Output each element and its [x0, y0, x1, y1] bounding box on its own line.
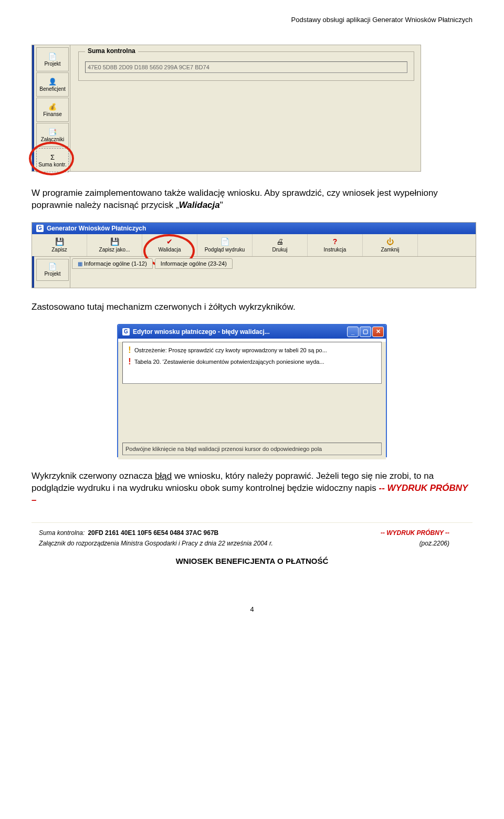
fig2-sidebar: 📄 Projekt — [32, 256, 70, 288]
toolbar-zamknij[interactable]: ⏻ Zamknij — [363, 234, 418, 256]
validation-list: ! Ostrzeżenie: Proszę sprawdzić czy kwot… — [122, 342, 382, 384]
suma-label: Suma kontrolna: — [39, 529, 85, 537]
suma-kontrolna-value — [85, 61, 407, 73]
validation-text: Ostrzeżenie: Proszę sprawdzić czy kwoty … — [134, 347, 327, 353]
para1-text-b: Walidacja — [179, 200, 220, 210]
fig1-sidebar: 📄 Projekt 👤 Beneficjent 💰 Finanse 📑 Załą… — [32, 45, 70, 171]
sheet-icon: ▦ — [78, 261, 82, 267]
fig3-titlebar: G Edytor wniosku płatniczego - błędy wal… — [118, 325, 386, 339]
tab-label: Załączniki — [41, 136, 64, 142]
document-icon: 📄 — [48, 262, 57, 270]
info-tab-1[interactable]: ▦Informacje ogólne (1-12) — [72, 258, 153, 269]
close-button[interactable]: ✕ — [372, 327, 384, 337]
toolbar-instrukcja[interactable]: ? Instrukcja — [308, 234, 363, 256]
toolbar-label: Podgląd wydruku — [205, 247, 245, 253]
save-as-icon: 💾 — [110, 237, 119, 246]
check-icon: ✔ — [166, 237, 173, 246]
toolbar-zapisz-jako[interactable]: 💾 Zapisz jako... — [87, 234, 142, 256]
page-header: Podstawy obsługi aplikacji Generator Wni… — [32, 16, 472, 24]
page-number: 4 — [32, 605, 472, 613]
toolbar-label: Drukuj — [272, 247, 288, 253]
save-icon: 💾 — [55, 237, 64, 246]
sidebar-tab-projekt[interactable]: 📄 Projekt — [36, 47, 69, 71]
sidebar-tab-zalaczniki[interactable]: 📑 Załączniki — [36, 123, 69, 147]
toolbar-label: Zamknij — [381, 247, 399, 253]
fig2-window: G Generator Wniosków Płatniczych 💾 Zapis… — [32, 222, 476, 288]
tab-label: Suma kontr. — [38, 162, 66, 167]
para3-b: błąd — [155, 471, 172, 481]
toolbar-zapisz[interactable]: 💾 Zapisz — [32, 234, 87, 256]
app-icon: G — [122, 328, 130, 335]
toolbar-label: Zapisz — [51, 247, 67, 253]
fig2-toolbar: 💾 Zapisz 💾 Zapisz jako... ✔ Walidacja 📄 … — [32, 234, 476, 257]
preview-icon: 📄 — [220, 237, 229, 246]
person-icon: 👤 — [48, 78, 57, 86]
suma-hash: 20FD 2161 40E1 10F5 6E54 0484 37AC 967B — [88, 529, 218, 537]
minimize-button[interactable]: _ — [347, 327, 359, 337]
maximize-button[interactable]: ▢ — [360, 327, 371, 337]
group-title: Suma kontrolna — [85, 47, 138, 55]
fig3-validation-window: G Edytor wniosku płatniczego - błędy wal… — [117, 324, 387, 457]
sidebar-tab-suma-kontrolna[interactable]: Σ Suma kontr. — [36, 148, 69, 172]
validation-hint: Podwójne kliknięcie na błąd walidacji pr… — [122, 443, 382, 455]
document-icon: 📄 — [48, 52, 57, 60]
fig2-titlebar: G Generator Wniosków Płatniczych — [32, 223, 476, 234]
sidebar-blue-strip — [32, 45, 34, 171]
validation-row-error[interactable]: ! Tabela 20. 'Zestawienie dokumentów pot… — [125, 356, 379, 368]
error-icon: ! — [125, 357, 134, 366]
sidebar-tab-projekt[interactable]: 📄 Projekt — [36, 259, 69, 281]
sidebar-tab-finanse[interactable]: 💰 Finanse — [36, 98, 69, 122]
validation-row-warning[interactable]: ! Ostrzeżenie: Proszę sprawdzić czy kwot… — [125, 344, 379, 356]
tab-label: Projekt — [44, 61, 60, 67]
window-buttons: _ ▢ ✕ — [347, 327, 386, 337]
warning-icon: ! — [125, 345, 134, 355]
form-title: WNIOSEK BENEFICJENTA O PŁATNOŚĆ — [32, 552, 472, 574]
info-tab-label: Informacje ogólne (1-12) — [84, 260, 147, 267]
fig2-info-tabs: ▦Informacje ogólne (1-12) Informacje ogó… — [72, 258, 233, 269]
tab-label: Beneficjent — [39, 86, 65, 92]
fig4-row1: Suma kontrolna: 20FD 2161 40E1 10F5 6E54… — [32, 522, 472, 539]
sigma-icon: Σ — [50, 153, 55, 161]
poz-number: (poz.2206) — [419, 540, 449, 547]
help-icon: ? — [333, 237, 338, 246]
fig3-body: ! Ostrzeżenie: Proszę sprawdzić czy kwot… — [118, 342, 386, 459]
tab-label: Finanse — [43, 111, 62, 117]
sidebar-tab-beneficjent[interactable]: 👤 Beneficjent — [36, 72, 69, 97]
para3-a: Wykrzyknik czerwony oznacza — [32, 471, 155, 481]
sidebar-blue-strip — [32, 256, 34, 288]
toolbar-label: Instrukcja — [324, 247, 346, 253]
paragraph-3: Wykrzyknik czerwony oznacza błąd we wnio… — [32, 470, 472, 507]
fig1-main: Suma kontrolna — [72, 45, 421, 171]
money-icon: 💰 — [48, 103, 57, 111]
attachments-icon: 📑 — [48, 128, 57, 136]
para1-text-c: " — [220, 200, 223, 210]
attachment-line: Załącznik do rozporządzenia Ministra Gos… — [39, 540, 273, 547]
info-tab-label: Informacje ogólne (23-24) — [161, 260, 227, 267]
print-icon: 🖨 — [276, 237, 284, 246]
fig4-printout: Suma kontrolna: 20FD 2161 40E1 10F5 6E54… — [32, 522, 472, 574]
para1-text-a: W programie zaimplementowano także walid… — [32, 188, 438, 210]
paragraph-2: Zastosowano tutaj mechanizm czerwonych i… — [32, 301, 472, 313]
app-icon: G — [36, 225, 44, 232]
window-title: Generator Wniosków Płatniczych — [47, 225, 146, 232]
info-tab-2[interactable]: Informacje ogólne (23-24) — [155, 258, 233, 269]
toolbar-walidacja[interactable]: ✔ Walidacja — [142, 234, 197, 256]
suma-kontrolna-group: Suma kontrolna — [78, 51, 414, 81]
toolbar-label: Zapisz jako... — [99, 247, 130, 253]
toolbar-drukuj[interactable]: 🖨 Drukuj — [253, 234, 308, 256]
validation-text: Tabela 20. 'Zestawienie dokumentów potwi… — [134, 359, 324, 365]
window-title: Edytor wniosku płatniczego - błędy walid… — [133, 328, 270, 335]
tab-label: Projekt — [44, 271, 60, 277]
wydruk-probny-badge: -- WYDRUK PRÓBNY -- — [381, 529, 449, 537]
toolbar-label: Walidacja — [159, 247, 181, 253]
fig4-row2: Załącznik do rozporządzenia Ministra Gos… — [32, 539, 472, 552]
fig1-panel: 📄 Projekt 👤 Beneficjent 💰 Finanse 📑 Załą… — [32, 45, 421, 172]
paragraph-1: W programie zaimplementowano także walid… — [32, 187, 472, 212]
toolbar-podglad[interactable]: 📄 Podgląd wydruku — [197, 234, 253, 256]
power-icon: ⏻ — [386, 237, 394, 246]
